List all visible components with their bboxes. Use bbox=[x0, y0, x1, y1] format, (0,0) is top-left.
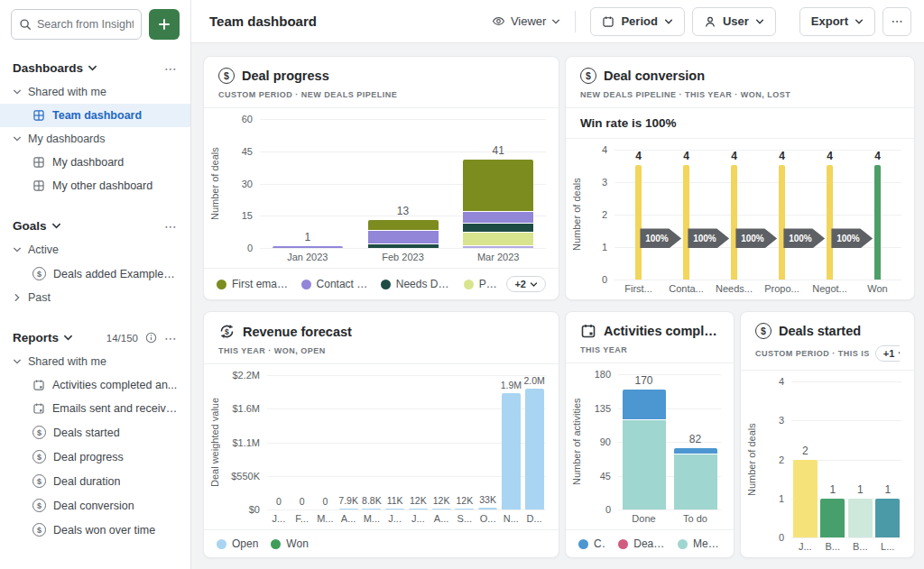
y-tick-label: 2 bbox=[779, 454, 784, 465]
calendar-icon bbox=[602, 15, 614, 28]
bar bbox=[368, 220, 439, 248]
bar-group: 0 bbox=[314, 375, 337, 509]
x-axis: First...Conta...Needs...Propo...Negot...… bbox=[614, 280, 901, 298]
bars-layer: 11341 bbox=[260, 119, 546, 248]
legend-item[interactable]: Meeting bbox=[678, 537, 721, 550]
legend-color-dot bbox=[678, 539, 688, 549]
bar-value-label: 1 bbox=[857, 483, 864, 496]
info-icon[interactable] bbox=[145, 332, 157, 344]
legend-item[interactable]: Needs Defined bbox=[381, 278, 451, 290]
bar bbox=[779, 165, 785, 280]
bar bbox=[432, 509, 451, 509]
sidebar-item-deals-won-over-time[interactable]: $ Deals won over time bbox=[0, 518, 190, 542]
legend-item[interactable]: Propo bbox=[464, 278, 500, 290]
sidebar-item-my-dashboard[interactable]: My dashboard bbox=[0, 151, 190, 174]
chevron-down-icon bbox=[551, 17, 560, 26]
reports-more-icon[interactable]: ⋯ bbox=[164, 334, 178, 343]
legend-color-dot bbox=[578, 539, 588, 549]
x-tick-label: B... bbox=[846, 541, 874, 552]
group-label: Shared with me bbox=[28, 355, 106, 368]
group-label: My dashboards bbox=[28, 133, 105, 145]
dashboards-header-toggle[interactable]: Dashboards bbox=[13, 61, 97, 75]
sidebar-item-activities-completed[interactable]: Activities completed an... bbox=[0, 373, 190, 397]
x-tick-label: Mar 2023 bbox=[450, 252, 546, 262]
divider bbox=[575, 11, 576, 32]
dollar-circle-icon: $ bbox=[32, 499, 46, 512]
goals-more-icon[interactable]: ⋯ bbox=[164, 222, 178, 231]
goals-header-toggle[interactable]: Goals bbox=[13, 219, 61, 233]
group-active-goals[interactable]: Active bbox=[0, 238, 190, 262]
legend-label: Needs Defined bbox=[396, 278, 451, 290]
group-past-goals[interactable]: Past bbox=[0, 286, 190, 309]
sidebar-item-team-dashboard[interactable]: Team dashboard bbox=[0, 104, 190, 127]
viewer-dropdown[interactable]: Viewer bbox=[492, 14, 561, 28]
bar-segment bbox=[478, 508, 497, 509]
filters-overflow-pill[interactable]: +1 bbox=[875, 345, 900, 362]
period-button[interactable]: Period bbox=[590, 7, 684, 36]
search-field[interactable] bbox=[37, 18, 134, 31]
x-tick-label: A... bbox=[337, 513, 360, 524]
bar bbox=[409, 509, 428, 509]
bar-group: 82 bbox=[670, 374, 721, 509]
x-tick-label: O... bbox=[476, 513, 500, 524]
more-button[interactable]: ⋯ bbox=[882, 7, 911, 36]
legend-item[interactable]: Open bbox=[217, 537, 258, 550]
search-input[interactable] bbox=[11, 9, 142, 40]
sidebar-item-deal-progress[interactable]: $ Deal progress bbox=[0, 445, 190, 469]
bar-segment bbox=[525, 389, 544, 509]
y-axis-label: Number of activities bbox=[569, 374, 584, 509]
legend-item[interactable]: First email sent bbox=[217, 278, 289, 290]
item-label: Team dashboard bbox=[52, 109, 142, 122]
card-title: Activities complete... bbox=[604, 324, 719, 338]
bar bbox=[339, 509, 358, 509]
x-tick-label: A... bbox=[430, 513, 453, 524]
group-reports-shared[interactable]: Shared with me bbox=[0, 350, 190, 373]
legend-item[interactable]: Deadline bbox=[618, 537, 665, 550]
legend-label: Deadline bbox=[633, 537, 665, 550]
add-button[interactable] bbox=[149, 9, 180, 40]
sidebar-item-emails-sent[interactable]: Emails sent and received bbox=[0, 397, 190, 420]
chevron-down-icon bbox=[530, 280, 538, 289]
group-shared-with-me[interactable]: Shared with me bbox=[0, 80, 190, 104]
x-tick-label: To do bbox=[670, 513, 721, 524]
card-title: Deal conversion bbox=[604, 69, 705, 83]
y-axis-label: Number of deals bbox=[208, 119, 222, 248]
bars-layer: 444444 bbox=[614, 150, 901, 280]
y-tick-label: 180 bbox=[595, 369, 611, 380]
sidebar-item-my-other-dashboard[interactable]: My other dashboard bbox=[0, 174, 190, 197]
dollar-circle-icon: $ bbox=[32, 474, 46, 488]
card-subtitle: CUSTOM PERIOD · THIS IS bbox=[755, 349, 870, 358]
group-my-dashboards[interactable]: My dashboards bbox=[0, 127, 190, 151]
user-label: User bbox=[723, 14, 749, 28]
export-button[interactable]: Export bbox=[799, 7, 875, 36]
user-button[interactable]: User bbox=[692, 7, 776, 36]
sidebar-item-deals-added-goal[interactable]: $ Deals added Example t... bbox=[0, 262, 190, 286]
bar-value-label: 1 bbox=[829, 483, 836, 496]
bar-value-label: 12K bbox=[457, 495, 474, 506]
legend-item[interactable]: Won bbox=[271, 537, 308, 550]
bar-value-label: 4 bbox=[683, 150, 689, 162]
y-tick-label: 45 bbox=[600, 471, 611, 482]
sidebar-item-deals-started[interactable]: $ Deals started bbox=[0, 420, 190, 445]
gridline bbox=[614, 280, 901, 280]
dashboards-more-icon[interactable]: ⋯ bbox=[164, 64, 178, 73]
x-tick-label: Propo... bbox=[758, 283, 806, 294]
bar-value-label: 13 bbox=[397, 205, 409, 217]
dashboard-icon bbox=[32, 179, 45, 192]
gridline bbox=[618, 509, 721, 510]
y-axis: 43210 bbox=[584, 150, 614, 280]
sidebar-item-deal-duration[interactable]: $ Deal duration bbox=[0, 469, 190, 493]
card-title: Deals started bbox=[779, 324, 861, 338]
group-label: Shared with me bbox=[28, 86, 106, 98]
reports-header-toggle[interactable]: Reports bbox=[13, 331, 73, 344]
chevron-down-icon bbox=[63, 333, 73, 343]
activities-chart: Number of activities1801359045017082Done… bbox=[566, 363, 734, 529]
sidebar-item-deal-conversion[interactable]: $ Deal conversion bbox=[0, 493, 190, 518]
legend-item[interactable]: Contact Made bbox=[301, 278, 368, 290]
legend-item[interactable]: Call bbox=[578, 537, 605, 550]
legend-color-dot bbox=[271, 539, 281, 549]
legend-overflow-pill[interactable]: +2 bbox=[506, 276, 546, 292]
bar-segment bbox=[875, 499, 900, 537]
deals-started-chart: Number of deals432102111J...B...B...L... bbox=[741, 371, 914, 557]
y-axis: $2.2M$1.6M$1.1M$550K$0 bbox=[222, 375, 267, 509]
